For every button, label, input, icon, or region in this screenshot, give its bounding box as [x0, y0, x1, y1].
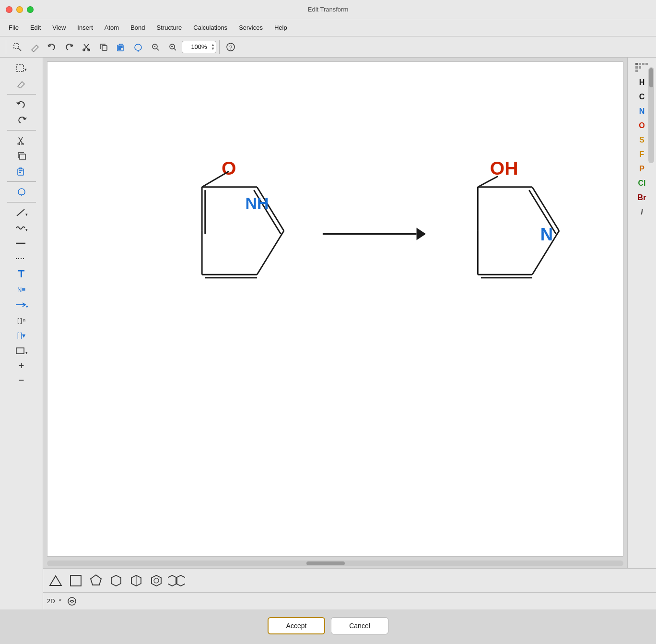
hexagon2-shape-btn[interactable] — [128, 572, 145, 589]
menu-view[interactable]: View — [47, 22, 70, 33]
select-rectangle-tool[interactable]: ▾ — [6, 61, 37, 76]
zoom-control[interactable]: 50% 75% 100% 150% 200% ▲▼ — [182, 41, 216, 53]
select-tool-btn[interactable] — [9, 40, 25, 54]
menu-bond[interactable]: Bond — [126, 22, 150, 33]
triangle-shape-btn[interactable] — [47, 572, 64, 589]
atom-I-btn[interactable]: I — [632, 205, 653, 219]
dash-tool[interactable] — [6, 236, 37, 250]
square-shape-btn[interactable] — [67, 572, 84, 589]
bottom-toolbar — [43, 568, 656, 592]
svg-marker-76 — [152, 575, 161, 586]
main-area: ▾ ▾ ▾ — [0, 58, 656, 609]
svg-rect-24 — [20, 154, 25, 160]
paste-sidebar[interactable] — [6, 164, 37, 179]
stereo-indicator: * — [59, 597, 61, 605]
zoom-arrows-icon: ▲▼ — [211, 43, 215, 51]
svg-line-15 — [174, 48, 176, 50]
text-tool[interactable]: T — [6, 267, 37, 281]
add-tool[interactable]: + — [6, 359, 37, 372]
sidebar-separator-2 — [7, 130, 36, 131]
bond-line-tool[interactable]: ▾ — [6, 205, 37, 220]
menu-services[interactable]: Services — [234, 22, 268, 33]
bottom-info-bar: 2D * — [43, 592, 656, 609]
zoom-in-btn[interactable] — [147, 40, 164, 54]
svg-rect-26 — [19, 170, 23, 171]
svg-marker-51 — [417, 227, 426, 240]
fused-ring-shape-btn[interactable] — [168, 572, 185, 589]
lasso-sidebar[interactable] — [6, 185, 37, 199]
benzene-shape-btn[interactable] — [148, 572, 165, 589]
svg-text:▾: ▾ — [24, 67, 27, 72]
menu-calculations[interactable]: Calculations — [188, 22, 232, 33]
redo-sidebar[interactable] — [6, 113, 37, 127]
close-button[interactable] — [6, 6, 12, 13]
accept-button[interactable]: Accept — [268, 617, 325, 634]
arrow-tool[interactable]: ▾ — [6, 298, 37, 312]
svg-rect-71 — [70, 575, 81, 586]
svg-point-80 — [68, 597, 76, 605]
copy-sidebar[interactable] — [6, 149, 37, 163]
menu-help[interactable]: Help — [269, 22, 292, 33]
maximize-button[interactable] — [27, 6, 34, 13]
atom-Br-btn[interactable]: Br — [632, 191, 653, 204]
left-sidebar: ▾ ▾ ▾ — [0, 58, 43, 609]
svg-rect-69 — [635, 70, 638, 72]
dotted-tool[interactable] — [6, 251, 37, 266]
svg-rect-18 — [17, 65, 23, 72]
menu-file[interactable]: File — [4, 22, 23, 33]
zoom-out-btn[interactable] — [164, 40, 181, 54]
menu-atom[interactable]: Atom — [100, 22, 124, 33]
bracket-tool[interactable]: [ ]▾ — [6, 328, 37, 343]
stereo-tool-btn[interactable] — [65, 595, 79, 608]
svg-rect-66 — [645, 63, 648, 65]
eraser-tool-sidebar[interactable] — [6, 77, 37, 91]
dialog-buttons: Accept Cancel — [0, 609, 656, 644]
toolbar-separator-2 — [219, 40, 220, 54]
menu-structure[interactable]: Structure — [152, 22, 187, 33]
toolbar-separator-1 — [6, 40, 6, 54]
drawing-canvas[interactable]: O — [47, 61, 623, 557]
titlebar: Edit Transform — [0, 0, 656, 19]
svg-text:NH: NH — [245, 194, 269, 212]
window-controls — [6, 6, 34, 13]
undo-btn[interactable] — [44, 40, 60, 54]
eraser-tool-btn[interactable] — [26, 40, 43, 54]
menubar: File Edit View Insert Atom Bond Structur… — [0, 19, 656, 36]
svg-marker-72 — [91, 575, 101, 585]
svg-rect-27 — [19, 172, 21, 173]
menu-edit[interactable]: Edit — [25, 22, 46, 33]
wavy-bond-tool[interactable]: ▾ — [6, 221, 37, 235]
undo-sidebar[interactable] — [6, 97, 37, 112]
right-sidebar-scrollbar[interactable] — [648, 67, 654, 163]
lasso-btn[interactable] — [130, 40, 146, 54]
right-sidebar-scrollbar-thumb[interactable] — [649, 68, 653, 87]
pentagon-shape-btn[interactable] — [87, 572, 105, 589]
svg-text:?: ? — [229, 45, 232, 50]
svg-rect-5 — [102, 46, 107, 50]
cancel-button[interactable]: Cancel — [331, 617, 388, 634]
copy-btn[interactable] — [95, 40, 112, 54]
svg-line-40 — [202, 171, 229, 187]
cut-btn[interactable] — [78, 40, 94, 54]
bracket-n-tool[interactable]: [ ]n — [6, 313, 37, 327]
minimize-button[interactable] — [16, 6, 23, 13]
atom-Cl-btn[interactable]: Cl — [632, 177, 653, 190]
paste-btn[interactable] — [113, 40, 129, 54]
svg-line-12 — [157, 48, 159, 50]
cut-sidebar[interactable] — [6, 133, 37, 148]
remove-tool[interactable]: − — [6, 373, 37, 387]
right-sidebar: H C N O S F P Cl Br I — [627, 58, 656, 568]
atom-map-tool[interactable]: N≡ — [6, 282, 37, 297]
svg-rect-64 — [639, 63, 641, 65]
atom-P-btn[interactable]: P — [632, 162, 653, 176]
svg-text:N: N — [540, 225, 553, 244]
hexagon-shape-btn[interactable] — [107, 572, 125, 589]
help-btn[interactable]: ? — [223, 40, 239, 54]
shape-tool[interactable]: ▾ — [6, 344, 37, 358]
canvas-scrollbar-h[interactable] — [47, 561, 623, 566]
redo-btn[interactable] — [61, 40, 77, 54]
svg-text:O: O — [222, 158, 236, 179]
scrollbar-thumb-h[interactable] — [306, 561, 345, 565]
svg-rect-25 — [18, 169, 23, 175]
menu-insert[interactable]: Insert — [72, 22, 98, 33]
